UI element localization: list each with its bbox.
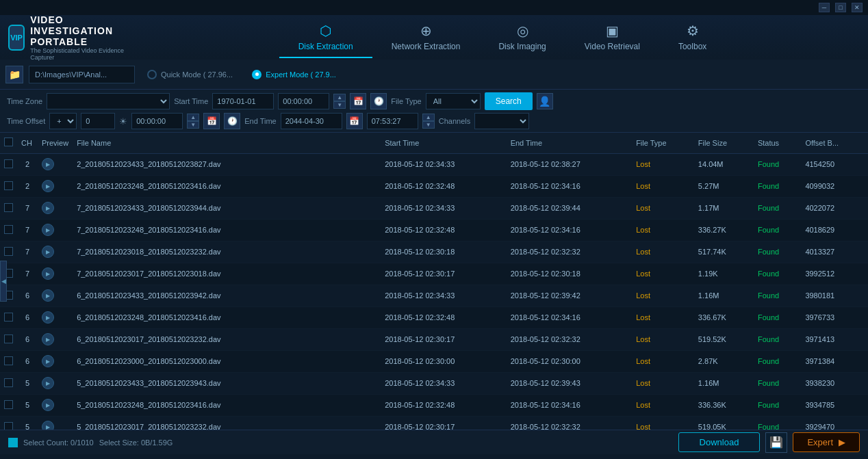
tab-video-retrieval[interactable]: ▣ Video Retrieval <box>565 17 659 58</box>
row-end: 2018-05-12 02:39:43 <box>507 372 632 394</box>
row-filename: 5_20180512023433_20180512023943.dav <box>73 372 381 394</box>
table-container[interactable]: CH Preview File Name Start Time End Time… <box>0 133 868 430</box>
tab-network-extraction-label: Network Extraction <box>392 42 461 51</box>
row-checkbox[interactable] <box>0 350 17 372</box>
sidebar-collapse-handle[interactable]: ◀ <box>0 261 7 302</box>
close-btn[interactable]: ✕ <box>852 3 863 12</box>
offset-time-down[interactable]: ▼ <box>187 121 199 129</box>
row-preview[interactable]: ▶ <box>38 350 73 372</box>
clock-icon-offset[interactable]: 🕐 <box>224 113 240 129</box>
row-preview[interactable]: ▶ <box>38 372 73 394</box>
row-preview[interactable]: ▶ <box>38 394 73 416</box>
timezone-select[interactable] <box>47 93 170 109</box>
end-time-down[interactable]: ▼ <box>422 121 435 129</box>
play-button[interactable]: ▶ <box>42 377 54 389</box>
play-button[interactable]: ▶ <box>42 355 54 367</box>
play-button[interactable]: ▶ <box>42 224 54 236</box>
header-checkbox[interactable] <box>0 133 17 153</box>
disk-imaging-icon: ◎ <box>517 23 528 39</box>
row-filename: 5_20180512023248_20180512023416.dav <box>73 394 381 416</box>
row-end: 2018-05-12 02:34:16 <box>507 219 632 241</box>
maximize-btn[interactable]: □ <box>835 3 846 12</box>
end-date-input[interactable] <box>281 113 342 129</box>
start-date-input[interactable] <box>212 93 274 109</box>
row-status: Found <box>754 416 801 430</box>
tab-toolbox[interactable]: ⚙ Toolbox <box>659 17 726 58</box>
row-checkbox[interactable] <box>0 153 17 175</box>
row-offset: 3976733 <box>801 306 868 328</box>
row-end: 2018-05-12 02:34:16 <box>507 394 632 416</box>
row-start: 2018-05-12 02:34:33 <box>381 197 506 219</box>
play-button[interactable]: ▶ <box>42 311 54 324</box>
play-button[interactable]: ▶ <box>42 180 54 192</box>
start-time-up[interactable]: ▲ <box>333 94 346 101</box>
row-start: 2018-05-12 02:32:48 <box>381 219 506 241</box>
folder-icon-btn[interactable]: 📁 <box>5 66 23 83</box>
download-button[interactable]: Download <box>678 432 761 452</box>
start-time-down[interactable]: ▼ <box>333 101 346 109</box>
timezone-label: Time Zone <box>7 97 42 105</box>
row-preview[interactable]: ▶ <box>38 153 73 175</box>
calendar-icon-offset[interactable]: 📅 <box>203 113 220 129</box>
clock-icon-start[interactable]: 🕐 <box>370 93 387 109</box>
path-display: D:\Images\VIP\Anal... <box>29 66 135 83</box>
play-button[interactable]: ▶ <box>42 158 54 170</box>
time-offset-sign-select[interactable]: + - <box>49 113 77 129</box>
row-type: Lost <box>632 328 694 350</box>
row-checkbox[interactable] <box>0 241 17 263</box>
calendar-icon-start[interactable]: 📅 <box>350 93 366 109</box>
play-button[interactable]: ▶ <box>42 421 54 430</box>
row-filename: 6_20180512023000_20180512023000.dav <box>73 350 381 372</box>
row-preview[interactable]: ▶ <box>38 219 73 241</box>
play-button[interactable]: ▶ <box>42 202 54 214</box>
play-button[interactable]: ▶ <box>42 246 54 258</box>
row-checkbox[interactable] <box>0 372 17 394</box>
row-checkbox[interactable] <box>0 175 17 197</box>
row-preview[interactable]: ▶ <box>38 328 73 350</box>
start-time-input[interactable] <box>278 93 329 109</box>
end-time-up[interactable]: ▲ <box>422 114 435 121</box>
row-type: Lost <box>632 350 694 372</box>
offset-time-up[interactable]: ▲ <box>187 114 199 121</box>
row-preview[interactable]: ▶ <box>38 263 73 285</box>
play-button[interactable]: ▶ <box>42 333 54 345</box>
play-button[interactable]: ▶ <box>42 399 54 411</box>
time-offset-value-input[interactable] <box>81 113 115 129</box>
expert-mode-item[interactable]: Expert Mode ( 27.9... <box>245 67 343 82</box>
row-checkbox[interactable] <box>0 306 17 328</box>
minimize-btn[interactable]: ─ <box>819 3 830 12</box>
expert-arrow-icon: ▶ <box>839 437 845 447</box>
row-checkbox[interactable] <box>0 416 17 430</box>
expert-button[interactable]: Expert ▶ <box>793 432 860 452</box>
toolbox-icon: ⚙ <box>687 23 699 39</box>
row-preview[interactable]: ▶ <box>38 241 73 263</box>
calendar-icon-end[interactable]: 📅 <box>346 113 363 129</box>
table-row: 5 ▶ 5_20180512023017_20180512023232.dav … <box>0 416 868 430</box>
row-preview[interactable]: ▶ <box>38 197 73 219</box>
logo-area: VIP VIDEO INVESTIGATION PORTABLE The Sop… <box>0 14 137 61</box>
search-button[interactable]: Search <box>485 92 533 110</box>
quick-mode-item[interactable]: Quick Mode ( 27.96... <box>140 67 240 82</box>
tab-disk-extraction[interactable]: ⬡ Disk Extraction <box>279 17 372 58</box>
tab-disk-imaging[interactable]: ◎ Disk Imaging <box>479 17 565 58</box>
channels-select[interactable] <box>474 113 529 129</box>
row-end: 2018-05-12 02:32:32 <box>507 328 632 350</box>
tab-network-extraction[interactable]: ⊕ Network Extraction <box>372 17 480 58</box>
row-preview[interactable]: ▶ <box>38 416 73 430</box>
row-checkbox[interactable] <box>0 219 17 241</box>
row-preview[interactable]: ▶ <box>38 285 73 306</box>
row-offset: 3971413 <box>801 328 868 350</box>
end-time-input[interactable] <box>367 113 418 129</box>
row-preview[interactable]: ▶ <box>38 306 73 328</box>
row-checkbox[interactable] <box>0 394 17 416</box>
table-header-row: CH Preview File Name Start Time End Time… <box>0 133 868 153</box>
user-icon[interactable]: 👤 <box>537 93 553 109</box>
play-button[interactable]: ▶ <box>42 267 54 280</box>
play-button[interactable]: ▶ <box>42 289 54 302</box>
row-checkbox[interactable] <box>0 328 17 350</box>
row-preview[interactable]: ▶ <box>38 175 73 197</box>
export-button[interactable]: 💾 <box>765 432 787 453</box>
row-checkbox[interactable] <box>0 197 17 219</box>
time-offset-time-input[interactable] <box>131 113 183 129</box>
file-type-select[interactable]: All <box>426 93 481 109</box>
